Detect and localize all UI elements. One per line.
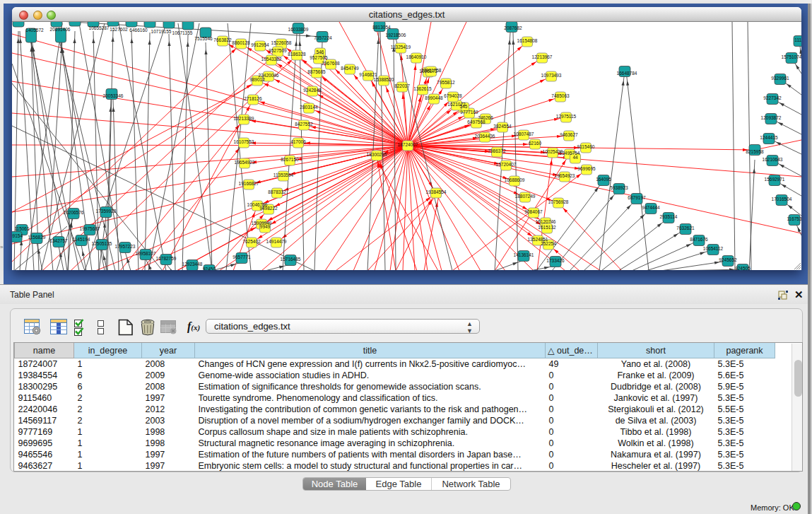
svg-text:19384554: 19384554 (426, 189, 447, 194)
svg-text:417006: 417006 (290, 139, 306, 144)
svg-text:1362615: 1362615 (413, 86, 432, 91)
svg-text:17957223: 17957223 (115, 244, 136, 249)
svg-text:7986372: 7986372 (488, 148, 506, 153)
svg-text:15716485: 15716485 (281, 257, 301, 262)
svg-text:20206576: 20206576 (64, 210, 84, 215)
svg-text:12093872: 12093872 (761, 115, 782, 120)
svg-text:6879197: 6879197 (628, 195, 646, 200)
svg-text:1145194: 1145194 (73, 237, 90, 242)
svg-text:10756928: 10756928 (548, 199, 569, 204)
svg-text:989012: 989012 (249, 77, 265, 82)
svg-text:8427552: 8427552 (295, 122, 313, 127)
svg-text:16648784: 16648784 (617, 71, 637, 76)
svg-text:116753: 116753 (787, 216, 801, 221)
svg-text:10654112: 10654112 (703, 246, 724, 251)
svg-text:7515546: 7515546 (194, 36, 213, 41)
svg-text:6466160: 6466160 (129, 28, 148, 33)
svg-text:10719155: 10719155 (151, 29, 172, 34)
svg-text:9115460: 9115460 (577, 144, 595, 149)
svg-text:11353594: 11353594 (273, 173, 294, 177)
svg-text:9498222: 9498222 (259, 206, 278, 211)
svg-text:9227342: 9227342 (763, 95, 782, 100)
svg-text:8471676: 8471676 (690, 237, 708, 242)
svg-text:1156829: 1156829 (28, 235, 46, 240)
svg-text:16120746: 16120746 (536, 219, 556, 224)
svg-text:9245652: 9245652 (719, 257, 737, 262)
svg-text:1405572: 1405572 (25, 28, 44, 33)
svg-text:62160: 62160 (529, 141, 541, 146)
svg-text:9949: 9949 (260, 224, 271, 229)
svg-text:18724007: 18724007 (398, 142, 418, 147)
svg-text:92450: 92450 (203, 267, 216, 270)
svg-text:8454749: 8454749 (341, 66, 359, 71)
svg-text:7632621: 7632621 (676, 226, 695, 230)
svg-text:9329961: 9329961 (771, 76, 789, 81)
svg-text:546: 546 (317, 49, 324, 54)
svg-text:9527509: 9527509 (269, 48, 287, 53)
svg-text:9657771: 9657771 (233, 255, 251, 259)
svg-text:10961758: 10961758 (421, 68, 442, 73)
svg-text:7357224: 7357224 (314, 35, 332, 40)
svg-text:12213389: 12213389 (234, 116, 254, 121)
svg-text:1733426: 1733426 (546, 258, 565, 263)
svg-text:1112: 1112 (794, 37, 801, 42)
svg-text:12975115: 12975115 (556, 114, 577, 119)
svg-text:2087682: 2087682 (504, 25, 522, 30)
svg-text:10655287: 10655287 (89, 25, 110, 30)
svg-text:9474444: 9474444 (642, 205, 660, 210)
svg-text:10973493: 10973493 (541, 73, 562, 78)
svg-text:15720407: 15720407 (496, 162, 517, 167)
svg-text:19166827: 19166827 (239, 181, 259, 186)
svg-text:1342757: 1342757 (49, 238, 68, 243)
svg-text:5938923: 5938923 (610, 185, 628, 190)
svg-text:17359928: 17359928 (96, 209, 117, 214)
svg-text:12505135: 12505135 (92, 241, 112, 246)
svg-text:17016504: 17016504 (772, 197, 792, 201)
svg-text:9699695: 9699695 (577, 166, 596, 171)
svg-text:19975687: 19975687 (80, 226, 100, 231)
svg-text:10025438: 10025438 (543, 149, 563, 154)
svg-text:7663822: 7663822 (213, 37, 232, 42)
svg-text:10958107: 10958107 (136, 251, 156, 256)
svg-text:44: 44 (572, 155, 578, 160)
svg-text:8860128: 8860128 (232, 40, 250, 45)
svg-text:10807487: 10807487 (514, 132, 534, 136)
svg-text:822037: 822037 (394, 83, 410, 88)
svg-text:11325419: 11325419 (391, 45, 411, 49)
svg-text:252254: 252254 (541, 241, 556, 246)
svg-text:9912954: 9912954 (251, 42, 269, 47)
svg-text:8875685: 8875685 (307, 69, 326, 74)
svg-text:1244415: 1244415 (760, 135, 778, 140)
svg-text:16210643: 16210643 (763, 157, 783, 162)
svg-text:20053346: 20053346 (103, 93, 124, 98)
svg-text:8267150: 8267150 (281, 157, 299, 162)
svg-text:9242848: 9242848 (303, 88, 322, 93)
svg-text:15388520: 15388520 (374, 77, 394, 82)
svg-text:9527505: 9527505 (310, 55, 328, 60)
svg-text:20364436: 20364436 (475, 134, 495, 139)
svg-text:9084067: 9084067 (524, 209, 543, 214)
svg-text:2803144: 2803144 (300, 105, 318, 110)
svg-text:12213967: 12213967 (532, 54, 553, 59)
svg-text:1527602: 1527602 (110, 27, 128, 32)
svg-text:6497568: 6497568 (467, 119, 486, 124)
svg-text:10688609: 10688609 (505, 177, 525, 182)
svg-text:7625402: 7625402 (242, 239, 261, 244)
svg-text:14136141: 14136141 (514, 252, 534, 257)
svg-text:115061: 115061 (14, 226, 30, 231)
svg-text:9463627: 9463627 (560, 132, 578, 137)
svg-text:19654923: 19654923 (555, 173, 575, 178)
svg-text:8186328: 8186328 (288, 52, 306, 57)
svg-text:19654923: 19654923 (235, 160, 255, 165)
svg-text:2935114: 2935114 (660, 214, 678, 219)
svg-text:2967608: 2967608 (322, 61, 340, 66)
svg-text:10671355: 10671355 (172, 30, 193, 35)
svg-text:14914479: 14914479 (266, 239, 287, 244)
svg-text:6794028: 6794028 (444, 93, 462, 98)
svg-text:15226058: 15226058 (271, 40, 292, 45)
svg-text:9777169: 9777169 (460, 110, 478, 115)
svg-text:16782759: 16782759 (156, 256, 177, 261)
svg-text:924505: 924505 (735, 266, 751, 270)
svg-text:9146821: 9146821 (359, 72, 377, 77)
svg-text:10543382: 10543382 (261, 57, 282, 62)
